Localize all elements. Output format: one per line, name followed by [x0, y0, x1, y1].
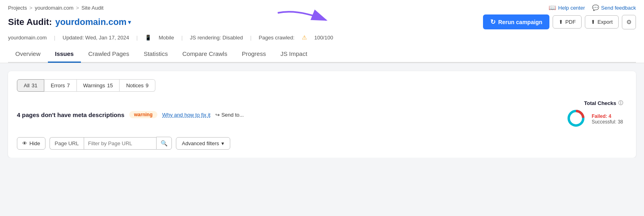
rerun-campaign-button[interactable]: ↻ Rerun campaign	[483, 14, 550, 29]
total-checks-panel: Total Checks ⓘ	[566, 100, 627, 130]
filter-errors-count: 7	[67, 82, 70, 88]
rerun-label: Rerun campaign	[498, 19, 543, 25]
filter-all-label: All	[24, 82, 29, 88]
filter-tab-all[interactable]: All 31	[17, 79, 44, 92]
checks-labels: Failed: 4 Successful: 38	[592, 113, 623, 125]
breadcrumb-projects[interactable]: Projects	[8, 5, 27, 11]
total-checks-title: Total Checks	[584, 100, 616, 106]
filter-tab-warnings[interactable]: Warnings 15	[77, 79, 120, 92]
upload-export-icon: ⬆	[591, 19, 595, 25]
meta-domain: yourdomain.com	[8, 35, 47, 41]
meta-device: Mobile	[159, 35, 174, 41]
filter-bar: 👁 Hide Page URL 🔍 Advanced filters ▾	[17, 137, 627, 150]
help-center-link[interactable]: 📖 Help center	[549, 4, 585, 11]
gear-icon: ⚙	[626, 19, 632, 25]
hide-label: Hide	[29, 140, 40, 146]
url-filter-input[interactable]	[84, 137, 156, 150]
send-feedback-label: Send feedback	[601, 5, 636, 11]
meta-updated: Updated: Wed, Jan 17, 2024	[63, 35, 129, 41]
info-icon: ⓘ	[618, 100, 623, 107]
tab-overview[interactable]: Overview	[8, 46, 48, 63]
breadcrumb-domain[interactable]: yourdomain.com	[35, 5, 74, 11]
book-icon: 📖	[549, 4, 556, 11]
page-title: Site Audit: yourdomain.com ▾	[8, 17, 131, 27]
send-icon: ↪	[215, 112, 220, 118]
chevron-down-icon: ▾	[128, 19, 131, 25]
tab-statistics[interactable]: Statistics	[136, 46, 175, 63]
failed-label: Failed: 4	[592, 113, 623, 119]
filter-tab-notices[interactable]: Notices 9	[120, 79, 155, 92]
upload-pdf-icon: ⬆	[559, 19, 563, 25]
export-button[interactable]: ⬆ Export	[585, 15, 619, 29]
settings-button[interactable]: ⚙	[622, 15, 636, 29]
feedback-icon: 💬	[592, 4, 599, 11]
adv-filter-label: Advanced filters	[182, 140, 219, 146]
meta-js-rendering: JS rendering: Disabled	[190, 35, 243, 41]
meta-pages-count: 100/100	[314, 35, 333, 41]
issue-row: 4 pages don't have meta descriptions war…	[17, 100, 627, 130]
send-feedback-link[interactable]: 💬 Send feedback	[592, 4, 636, 11]
tab-js-impact[interactable]: JS Impact	[273, 46, 315, 63]
breadcrumb-sep2: >	[76, 5, 79, 11]
issue-badge: warning	[129, 111, 157, 118]
url-search-button[interactable]: 🔍	[156, 137, 172, 150]
fix-link[interactable]: Why and how to fix it	[162, 112, 211, 118]
title-prefix: Site Audit:	[8, 17, 52, 27]
mobile-icon: 📱	[145, 35, 151, 41]
donut-chart	[566, 108, 586, 130]
filter-warnings-label: Warnings	[83, 82, 105, 88]
tab-compare-crawls[interactable]: Compare Crawls	[175, 46, 235, 63]
success-label: Successful: 38	[592, 119, 623, 125]
filter-warnings-count: 15	[107, 82, 113, 88]
reload-icon: ↻	[490, 18, 495, 26]
eye-icon: 👁	[22, 140, 27, 146]
help-center-label: Help center	[558, 5, 585, 11]
warning-triangle-icon: ⚠	[302, 34, 307, 41]
send-to-label: Send to...	[221, 112, 244, 118]
title-buttons: ↻ Rerun campaign ⬆ PDF ⬆ Export ⚙	[483, 14, 636, 29]
hide-button[interactable]: 👁 Hide	[17, 137, 45, 150]
export-label: Export	[597, 19, 613, 25]
issues-card: All 31 Errors 7 Warnings 15 Notices 9	[8, 71, 636, 158]
breadcrumb-sep1: >	[29, 5, 33, 11]
breadcrumb: Projects > yourdomain.com > Site Audit	[8, 5, 103, 11]
filter-errors-label: Errors	[51, 82, 65, 88]
url-filter-group: Page URL 🔍	[50, 137, 172, 150]
tab-progress[interactable]: Progress	[235, 46, 273, 63]
url-label: Page URL	[50, 137, 84, 150]
meta-row: yourdomain.com | Updated: Wed, Jan 17, 2…	[8, 33, 636, 45]
filter-tabs: All 31 Errors 7 Warnings 15 Notices 9	[17, 79, 627, 92]
issue-title: 4 pages don't have meta descriptions	[17, 111, 124, 118]
pdf-button[interactable]: ⬆ PDF	[553, 15, 582, 29]
domain-name: yourdomain.com	[55, 17, 126, 27]
tab-issues[interactable]: Issues	[48, 46, 81, 63]
filter-notices-label: Notices	[126, 82, 143, 88]
filter-notices-count: 9	[146, 82, 149, 88]
breadcrumb-current: Site Audit	[81, 5, 103, 11]
search-icon: 🔍	[161, 140, 167, 146]
tab-crawled-pages[interactable]: Crawled Pages	[81, 46, 136, 63]
filter-all-count: 31	[31, 82, 37, 88]
advanced-filters-button[interactable]: Advanced filters ▾	[176, 137, 231, 150]
tabs-row: Overview Issues Crawled Pages Statistics…	[8, 46, 636, 63]
send-to-button[interactable]: ↪ Send to...	[215, 112, 244, 118]
chevron-down-adv-icon: ▾	[221, 140, 224, 146]
filter-tab-errors[interactable]: Errors 7	[44, 79, 77, 92]
pdf-label: PDF	[565, 19, 576, 25]
donut-svg	[566, 108, 586, 128]
domain-link[interactable]: yourdomain.com ▾	[55, 17, 131, 27]
meta-pages-crawled-label: Pages crawled:	[259, 35, 295, 41]
